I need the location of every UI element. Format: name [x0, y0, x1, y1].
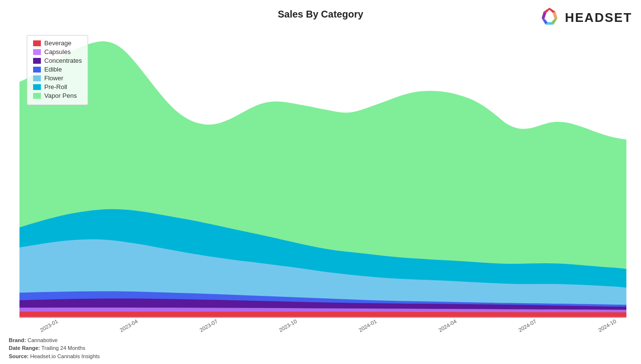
legend-label-beverage: Beverage — [44, 39, 72, 47]
legend-color-edible — [33, 67, 41, 73]
brand-value: Cannabotive — [28, 337, 58, 343]
legend-label-preroll: Pre-Roll — [44, 83, 67, 91]
headset-logo: HEADSET — [538, 6, 632, 29]
x-label-6: 2024-07 — [517, 318, 537, 333]
date-range-label: Date Range: — [9, 345, 40, 351]
brand-label: Brand: — [9, 337, 26, 343]
chart-legend: Beverage Capsules Concentrates Edible Fl… — [27, 35, 88, 105]
x-label-7: 2024-10 — [597, 318, 617, 333]
svg-rect-2 — [548, 17, 551, 20]
legend-item-flower: Flower — [33, 74, 82, 82]
x-axis-labels: 2023-01 2023-04 2023-07 2023-10 2024-01 … — [19, 328, 626, 334]
x-label-2: 2023-07 — [199, 318, 219, 333]
legend-label-flower: Flower — [44, 74, 63, 82]
legend-color-beverage — [33, 40, 41, 46]
main-chart-svg — [19, 32, 626, 318]
legend-color-preroll — [33, 84, 41, 90]
source-label: Source: — [9, 353, 29, 359]
legend-item-beverage: Beverage — [33, 39, 82, 47]
footer-info: Brand: Cannabotive Date Range: Trailing … — [9, 336, 100, 361]
x-label-5: 2024-04 — [438, 318, 458, 333]
headset-logo-icon — [538, 6, 561, 29]
headset-logo-text: HEADSET — [565, 10, 632, 25]
x-label-4: 2024-01 — [358, 318, 378, 333]
legend-item-vaporpens: Vapor Pens — [33, 92, 82, 99]
legend-color-capsules — [33, 49, 41, 55]
legend-item-preroll: Pre-Roll — [33, 83, 82, 91]
source-value: Headset.io Cannabis Insights — [30, 353, 100, 359]
x-label-1: 2023-04 — [119, 318, 139, 333]
legend-color-vaporpens — [33, 93, 41, 99]
x-label-3: 2023-10 — [278, 318, 298, 333]
legend-color-flower — [33, 75, 41, 81]
legend-color-concentrates — [33, 58, 41, 64]
legend-label-capsules: Capsules — [44, 48, 71, 55]
x-label-0: 2023-01 — [39, 318, 59, 333]
legend-label-edible: Edible — [44, 66, 62, 73]
legend-item-concentrates: Concentrates — [33, 57, 82, 64]
legend-label-concentrates: Concentrates — [44, 57, 82, 64]
legend-item-edible: Edible — [33, 66, 82, 73]
legend-item-capsules: Capsules — [33, 48, 82, 55]
date-range-value: Trailing 24 Months — [41, 345, 85, 351]
legend-label-vaporpens: Vapor Pens — [44, 92, 77, 99]
chart-container: Sales By Category HEADSET — [0, 0, 641, 364]
